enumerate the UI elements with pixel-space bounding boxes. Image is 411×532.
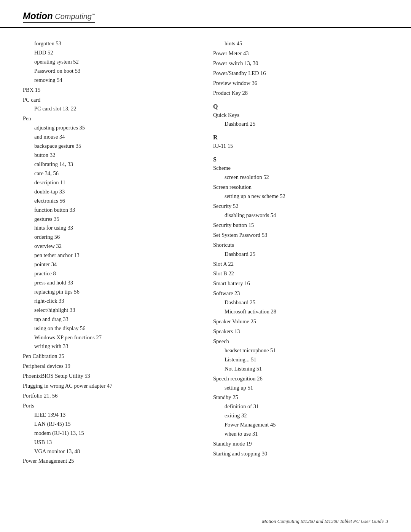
list-item: description 11: [23, 178, 198, 187]
section-letter-r: R: [213, 134, 388, 141]
list-item: Speech: [213, 337, 388, 346]
list-item: Dashboard 25: [213, 120, 388, 129]
list-item: and mouse 34: [23, 133, 198, 142]
list-item: Security 52: [213, 202, 388, 211]
right-column: hints 45 Power Meter 43 Power switch 13,…: [213, 39, 388, 466]
list-item: Smart battery 16: [213, 279, 388, 288]
list-item: PhoenixBIOS Setup Utility 53: [23, 372, 198, 381]
list-item: using on the display 56: [23, 324, 198, 333]
list-item: HDD 52: [23, 48, 198, 58]
logo-computing-text: Computing: [53, 12, 92, 21]
list-item: Speaker Volume 25: [213, 317, 388, 326]
section-letter-q: Q: [213, 103, 388, 110]
list-item: ordering 56: [23, 233, 198, 242]
list-item: USB 13: [23, 438, 198, 447]
list-item: function button 33: [23, 206, 198, 215]
section-letter-s: S: [213, 156, 388, 163]
list-item: PC card: [23, 96, 198, 105]
list-item: Power/Standby LED 16: [213, 69, 388, 78]
header: Motion Computing™: [0, 0, 411, 28]
left-entries: forgotten 53 HDD 52 operating system 52 …: [23, 39, 198, 466]
list-item: Set System Password 53: [213, 231, 388, 240]
list-item: Shortcuts: [213, 241, 388, 250]
list-item: Power Management 45: [213, 420, 388, 430]
list-item: tap and drag 33: [23, 315, 198, 324]
list-item: Power switch 13, 30: [213, 59, 388, 68]
list-item: Speech recognition 26: [213, 374, 388, 383]
list-item: Software 23: [213, 289, 388, 298]
list-item: Standby mode 19: [213, 439, 388, 449]
list-item: practice 8: [23, 269, 198, 278]
list-item: screen resolution 52: [213, 173, 388, 182]
list-item: select/highlight 33: [23, 306, 198, 315]
list-item: Dashboard 25: [213, 250, 388, 259]
list-item: LAN (RJ-45) 15: [23, 420, 198, 429]
list-item: setting up 51: [213, 383, 388, 393]
list-item: backspace gesture 35: [23, 142, 198, 151]
footer-page: 3: [384, 518, 388, 524]
list-item: Power Meter 43: [213, 49, 388, 58]
page: Motion Computing™ forgotten 53 HDD 52 op…: [0, 0, 411, 532]
list-item: when to use 31: [213, 430, 388, 439]
list-item: Screen resolution: [213, 183, 388, 192]
list-item: Slot B 22: [213, 269, 388, 278]
list-item: Product Key 28: [213, 89, 388, 98]
logo: Motion Computing™: [23, 11, 95, 23]
list-item: Password on boot 53: [23, 67, 198, 76]
logo-area: Motion Computing™: [23, 11, 95, 23]
list-item: overview 32: [23, 242, 198, 251]
footer-text: Motion Computing M1200 and M1300 Tablet …: [262, 518, 388, 524]
left-column: forgotten 53 HDD 52 operating system 52 …: [23, 39, 198, 466]
list-item: exiting 32: [213, 411, 388, 420]
list-item: Plugging in wrong AC power adapter 47: [23, 382, 198, 391]
list-item: care 34, 56: [23, 169, 198, 178]
list-item: Pen Calibration 25: [23, 352, 198, 361]
list-item: definition of 31: [213, 402, 388, 411]
list-item: Portfolio 21, 56: [23, 391, 198, 401]
logo-tm: ™: [92, 13, 95, 17]
list-item: RJ-11 15: [213, 142, 388, 151]
list-item: headset microphone 51: [213, 346, 388, 355]
list-item: hints 45: [213, 39, 388, 48]
footer: Motion Computing M1200 and M1300 Tablet …: [0, 515, 411, 524]
list-item: Scheme: [213, 164, 388, 173]
list-item: gestures 35: [23, 215, 198, 224]
list-item: Pen: [23, 114, 198, 123]
list-item: button 32: [23, 151, 198, 160]
list-item: Quick Keys: [213, 111, 388, 120]
list-item: Dashboard 25: [213, 298, 388, 307]
list-item: Power Management 25: [23, 457, 198, 466]
list-item: hints for using 33: [23, 224, 198, 233]
list-item: right-click 33: [23, 297, 198, 306]
list-item: PC card slot 13, 22: [23, 104, 198, 113]
list-item: disabling passwords 54: [213, 211, 388, 220]
list-item: removing 54: [23, 76, 198, 85]
list-item: adjusting properties 35: [23, 123, 198, 133]
content-area: forgotten 53 HDD 52 operating system 52 …: [0, 28, 411, 489]
list-item: IEEE 1394 13: [23, 411, 198, 420]
list-item: Starting and stopping 30: [213, 449, 388, 459]
list-item: Preview window 36: [213, 79, 388, 88]
list-item: replacing pin tips 56: [23, 288, 198, 297]
list-item: Peripheral devices 19: [23, 362, 198, 371]
list-item: pointer 34: [23, 260, 198, 269]
list-item: Listening... 51: [213, 355, 388, 364]
list-item: Standby 25: [213, 393, 388, 402]
list-item: Speakers 13: [213, 327, 388, 336]
list-item: operating system 52: [23, 58, 198, 67]
list-item: calibrating 14, 33: [23, 160, 198, 169]
list-item: Windows XP pen functions 27: [23, 333, 198, 342]
list-item: pen tether anchor 13: [23, 251, 198, 260]
footer-label: Motion Computing M1200 and M1300 Tablet …: [262, 518, 384, 524]
list-item: forgotten 53: [23, 39, 198, 48]
list-item: electronics 56: [23, 197, 198, 206]
list-item: VGA monitor 13, 48: [23, 447, 198, 456]
list-item: press and hold 33: [23, 278, 198, 288]
list-item: setting up a new scheme 52: [213, 192, 388, 201]
list-item: Microsoft activation 28: [213, 307, 388, 316]
list-item: PBX 15: [23, 86, 198, 95]
list-item: Ports: [23, 401, 198, 411]
logo-motion-text: Motion: [23, 11, 53, 21]
list-item: Security button 15: [213, 221, 388, 230]
list-item: double-tap 33: [23, 187, 198, 197]
